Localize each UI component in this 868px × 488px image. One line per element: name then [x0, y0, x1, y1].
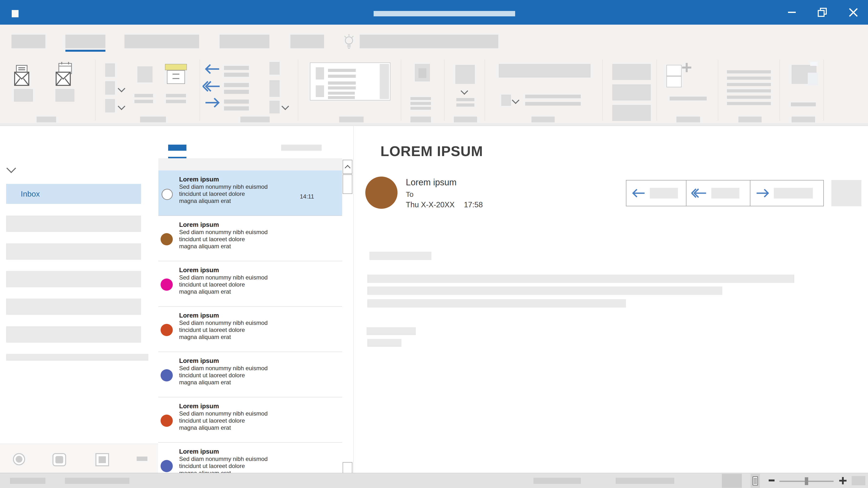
chevron-down-icon[interactable]: [118, 85, 125, 92]
quick-steps-scroll[interactable]: [380, 64, 389, 99]
email-list-item[interactable]: Lorem ipsum Sed diam nonummy nibh euismo…: [158, 443, 342, 473]
date-text: Thu X-X-20XX: [406, 200, 455, 209]
email-list-item[interactable]: Lorem ipsum Sed diam nonummy nibh euismo…: [158, 352, 342, 397]
chevron-down-icon[interactable]: [512, 96, 519, 104]
tags-wide-placeholder[interactable]: [499, 64, 591, 77]
groups-label-line: [670, 97, 707, 100]
sidebar-folder-placeholder[interactable]: [6, 271, 141, 287]
scroll-up-button[interactable]: [343, 160, 352, 174]
sidebar-folder-placeholder[interactable]: [6, 298, 141, 315]
group8-placeholder[interactable]: [612, 85, 651, 100]
email-list-item[interactable]: Lorem ipsum Sed diam nonummy nibh euismo…: [158, 261, 342, 306]
zoom-level-placeholder: [851, 476, 865, 485]
app-icon[interactable]: [12, 10, 19, 17]
chevron-down-icon[interactable]: [461, 87, 468, 95]
list-scrollbar[interactable]: [342, 158, 353, 473]
scroll-down-button[interactable]: [343, 462, 352, 473]
sidebar-folder-placeholder[interactable]: [6, 354, 148, 361]
reply-all-icon[interactable]: [203, 80, 221, 93]
email-preview-line: magna aliquam erat: [179, 243, 268, 250]
sort-by-dropdown-placeholder[interactable]: [281, 144, 322, 151]
forward-button[interactable]: [750, 180, 824, 206]
group-caption-new: [37, 117, 56, 123]
close-button[interactable]: [839, 0, 868, 25]
tasks-nav-icon[interactable]: [137, 457, 147, 461]
status-placeholder: [65, 478, 129, 484]
zoom-slider-thumb[interactable]: [805, 477, 808, 485]
email-preview-line: Sed diam nonummy nibh euismod: [179, 365, 268, 372]
group-divider: [401, 60, 401, 121]
chevron-down-icon[interactable]: [118, 102, 125, 110]
group8-placeholder[interactable]: [612, 105, 651, 121]
email-preview-line: Sed diam nonummy nibh euismod: [179, 183, 268, 190]
message-actions-placeholder[interactable]: [831, 180, 861, 206]
restore-button[interactable]: [808, 0, 837, 25]
sidebar-item-inbox[interactable]: Inbox: [6, 184, 141, 204]
archive-label-line: [166, 94, 186, 97]
scroll-thumb[interactable]: [343, 174, 352, 194]
chevron-down-icon[interactable]: [6, 163, 16, 173]
rules-button-placeholder[interactable]: [455, 65, 475, 84]
editing-line: [727, 102, 771, 105]
quick-steps-box[interactable]: [310, 62, 391, 100]
email-preview-line: tincidunt ut laoreet dolore: [179, 417, 268, 424]
minimize-button[interactable]: [777, 0, 807, 25]
email-list-item[interactable]: Lorem ipsum Sed diam nonummy nibh euismo…: [158, 397, 342, 443]
ribbon-tab-file[interactable]: [11, 35, 45, 48]
status-view-placeholder[interactable]: [722, 474, 742, 488]
group8-placeholder[interactable]: [612, 64, 651, 80]
forward-icon[interactable]: [205, 97, 220, 108]
ribbon-tab-home-active[interactable]: [65, 35, 105, 48]
new-items-icon[interactable]: [55, 62, 73, 86]
ignore-button-placeholder[interactable]: [105, 63, 115, 77]
message-date: Thu X-X-20XX17:58: [406, 200, 483, 209]
email-preview-line: tincidunt ut laoreet dolore: [179, 236, 268, 243]
mail-nav-icon[interactable]: [13, 453, 25, 465]
archive-icon[interactable]: [165, 64, 187, 84]
ribbon-tab-view[interactable]: [290, 35, 324, 48]
zoom-ribbon-icon[interactable]: [792, 65, 816, 84]
email-subject: Lorem ipsum: [179, 357, 268, 365]
ribbon-tab-folder[interactable]: [220, 35, 270, 48]
browse-groups-placeholder[interactable]: [666, 76, 682, 87]
sidebar-folder-placeholder[interactable]: [6, 216, 141, 232]
more-respond-placeholder[interactable]: [270, 101, 280, 113]
group-divider: [199, 60, 200, 121]
email-preview-line: magna aliquam erat: [179, 288, 268, 295]
chevron-down-icon[interactable]: [281, 102, 289, 110]
sidebar-folder-placeholder[interactable]: [6, 326, 141, 343]
im-button-placeholder[interactable]: [270, 80, 280, 97]
calendar-nav-icon[interactable]: [53, 453, 66, 466]
delete-button-placeholder[interactable]: [137, 66, 153, 83]
new-group-placeholder[interactable]: [666, 65, 682, 76]
editing-line: [727, 83, 771, 86]
cleanup-button-placeholder[interactable]: [105, 81, 115, 95]
reply-icon[interactable]: [205, 63, 220, 75]
tell-me-box-placeholder[interactable]: [360, 35, 498, 48]
junk-button-placeholder[interactable]: [105, 99, 115, 112]
categorize-placeholder[interactable]: [501, 95, 511, 106]
zoom-out-icon[interactable]: [769, 480, 775, 481]
filter-tab-all[interactable]: [168, 144, 186, 151]
people-nav-icon[interactable]: [95, 453, 109, 466]
body-signature-placeholder: [367, 339, 401, 347]
new-email-icon[interactable]: [14, 65, 30, 86]
rules-label-line: [456, 98, 474, 101]
email-list-item[interactable]: Lorem ipsum Sed diam nonummy nibh euismo…: [158, 216, 342, 261]
email-list-item[interactable]: Lorem ipsum Sed diam nonummy nibh euismo…: [158, 170, 342, 216]
reply-button[interactable]: [626, 180, 687, 206]
group-divider: [298, 60, 298, 121]
meeting-button-placeholder[interactable]: [270, 62, 280, 75]
body-paragraph-placeholder: [367, 274, 794, 283]
reply-all-button[interactable]: [686, 180, 751, 206]
zoom-in-icon[interactable]: [838, 476, 847, 485]
ribbon-tab-sendreceive[interactable]: [124, 35, 199, 48]
lightbulb-icon: [343, 33, 355, 50]
reading-view-button[interactable]: [751, 474, 760, 488]
email-subject: Lorem ipsum: [179, 175, 268, 183]
status-placeholder: [10, 478, 45, 484]
email-list-item[interactable]: Lorem ipsum Sed diam nonummy nibh euismo…: [158, 306, 342, 352]
email-subject: Lorem ipsum: [179, 448, 268, 455]
editing-line: [727, 96, 771, 99]
sidebar-folder-placeholder[interactable]: [6, 243, 141, 260]
